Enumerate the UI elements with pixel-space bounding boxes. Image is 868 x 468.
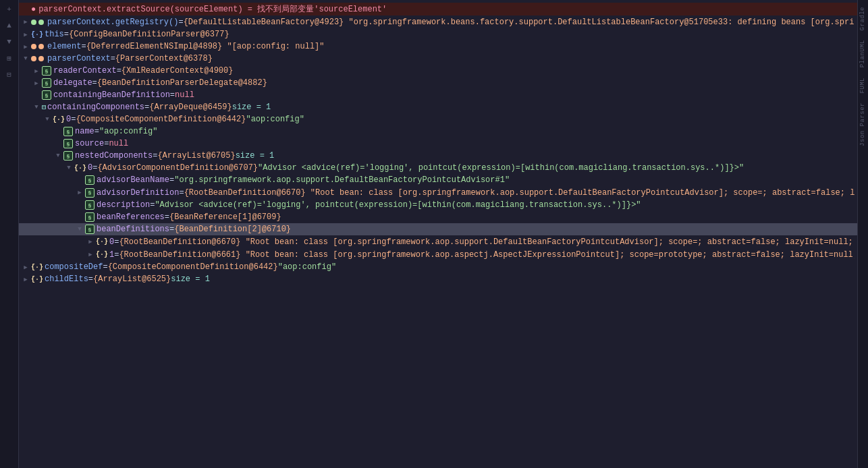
line-content: name = "aop:config" <box>75 127 855 136</box>
registry-line[interactable]: ▶ parserContext.getRegistry() = {Default… <box>19 16 857 28</box>
collapse-btn[interactable]: ⊟ <box>3 67 16 81</box>
line-content: containingBeanDefinition = null <box>53 90 855 100</box>
childelts-line[interactable]: ▶ {·} childElts = {ArrayList@6525} size … <box>19 273 857 285</box>
description-line[interactable]: § description = "Advisor <advice(ref)='l… <box>19 199 857 211</box>
expand-collapse-icon[interactable]: ▶ <box>86 238 94 246</box>
expand-collapse-icon[interactable]: ▶ <box>86 251 94 259</box>
line-content: description = "Advisor <advice(ref)='log… <box>97 200 855 210</box>
two-dots-icon <box>31 20 45 25</box>
beanrefs-line[interactable]: § beanReferences = {BeanReference[1]@670… <box>19 211 857 223</box>
curly-icon: {·} <box>96 251 108 258</box>
tag-icon: § <box>42 90 51 100</box>
tag-icon: § <box>85 212 94 222</box>
expand-collapse-icon[interactable]: ▼ <box>43 115 51 123</box>
down-btn[interactable]: ▼ <box>3 35 16 49</box>
error-text: parserContext.extractSource(sourceElemen… <box>38 3 855 15</box>
containingbeandef-line[interactable]: § containingBeanDefinition = null <box>19 89 857 101</box>
expand-collapse-icon[interactable]: ▼ <box>76 225 84 233</box>
tag-icon: § <box>85 225 94 234</box>
readercontext-line[interactable]: ▶ § readerContext = {XmlReaderContext@49… <box>19 65 857 77</box>
line-content: advisorBeanName = "org.springframework.a… <box>97 175 855 185</box>
curly-icon: {·} <box>31 276 43 283</box>
beandefs-line[interactable]: ▼ § beanDefinitions = {BeanDefinition[2]… <box>19 223 857 235</box>
expand-icon <box>22 5 30 13</box>
expand-collapse-icon[interactable]: ▶ <box>22 42 30 51</box>
add-btn[interactable]: + <box>3 3 16 16</box>
line-content: source = null <box>75 139 855 148</box>
component0-line[interactable]: ▼ {·} 0 = {CompositeComponentDefinition@… <box>19 113 857 125</box>
sidebar-label-fuml[interactable]: FUML <box>858 74 868 98</box>
tag-icon: § <box>42 66 51 76</box>
expand-collapse-icon[interactable]: ▶ <box>32 67 40 75</box>
expand-collapse-icon[interactable]: ▶ <box>22 18 30 26</box>
expand-collapse-icon[interactable]: ▼ <box>65 164 73 172</box>
tag-icon: § <box>42 78 51 88</box>
two-dots-icon <box>31 44 45 49</box>
expand-collapse-icon[interactable]: ▶ <box>76 189 84 197</box>
line-content: nestedComponents = {ArrayList@6705} size… <box>75 151 855 160</box>
tag-icon: § <box>63 151 73 160</box>
curly-icon: {·} <box>31 264 43 271</box>
tag-icon: § <box>85 175 94 185</box>
delegate-line[interactable]: ▶ § delegate = {BeanDefinitionParserDele… <box>19 77 857 89</box>
debug-variables-panel: ● parserContext.extractSource(sourceElem… <box>19 0 857 468</box>
element-line[interactable]: ▶ element = {DeferredElementNSImpl@4898}… <box>19 40 857 53</box>
line-content: beanDefinitions = {BeanDefinition[2]@671… <box>97 225 855 234</box>
array-icon: ⊟ <box>42 103 46 111</box>
line-content: delegate = {BeanDefinitionParserDelegate… <box>53 78 855 88</box>
curly-icon: {·} <box>74 165 86 172</box>
two-dots-icon <box>31 56 45 61</box>
containingcomponents-line[interactable]: ▼ ⊟ containingComponents = {ArrayDeque@6… <box>19 101 857 113</box>
line-content: parserContext = {ParserContext@6378} <box>47 54 855 63</box>
line-content: parserContext.getRegistry() = {DefaultLi… <box>47 16 855 28</box>
parsercontext-line[interactable]: ▼ parserContext = {ParserContext@6378} <box>19 53 857 65</box>
up-btn[interactable]: ▲ <box>3 19 16 32</box>
beandef0-line[interactable]: ▶ {·} 0 = {RootBeanDefinition@6670} "Roo… <box>19 235 857 248</box>
line-content: 1 = {RootBeanDefinition@6661} "Root bean… <box>109 249 855 260</box>
line-content: element = {DeferredElementNSImpl@4898} "… <box>47 42 855 51</box>
line-content: advisorDefinition = {RootBeanDefinition@… <box>97 187 855 198</box>
curly-icon: {·} <box>96 238 108 245</box>
line-content: beanReferences = {BeanReference[1]@6709} <box>97 212 855 222</box>
expand-collapse-icon[interactable]: ▶ <box>22 263 30 271</box>
right-sidebar: Gradle PlanUML FUML Json Parser <box>857 0 868 468</box>
expand-collapse-icon[interactable]: ▶ <box>32 79 40 87</box>
curly-icon: {·} <box>53 116 65 123</box>
source-line[interactable]: § source = null <box>19 138 857 150</box>
advisor-line[interactable]: ▼ {·} 0 = {AdvisorComponentDefinition@67… <box>19 162 857 174</box>
advisordef-line[interactable]: ▶ § advisorDefinition = {RootBeanDefinit… <box>19 186 857 199</box>
error-line[interactable]: ● parserContext.extractSource(sourceElem… <box>19 3 857 16</box>
expand-collapse-icon[interactable]: ▼ <box>54 152 62 160</box>
expand-btn[interactable]: ⊞ <box>3 51 16 65</box>
compositedef-line[interactable]: ▶ {·} compositeDef = {CompositeComponent… <box>19 261 857 273</box>
tag-icon: § <box>85 188 94 198</box>
line-content: 0 = {RootBeanDefinition@6670} "Root bean… <box>109 236 855 247</box>
line-content: 0 = {CompositeComponentDefinition@6442} … <box>66 115 855 124</box>
expand-collapse-icon[interactable]: ▼ <box>22 55 30 63</box>
expand-collapse-icon[interactable]: ▶ <box>22 30 30 38</box>
line-content: containingComponents = {ArrayDeque@6459}… <box>47 103 855 112</box>
line-content: compositeDef = {CompositeComponentDefini… <box>45 262 855 272</box>
sidebar-label-planuml[interactable]: PlanUML <box>858 36 868 71</box>
sidebar-labels: Gradle PlanUML FUML Json Parser <box>858 0 868 153</box>
expand-collapse-icon[interactable]: ▶ <box>22 275 30 283</box>
advisorbeanname-line[interactable]: § advisorBeanName = "org.springframework… <box>19 174 857 186</box>
tag-icon: § <box>63 139 73 148</box>
nestedcomponents-line[interactable]: ▼ § nestedComponents = {ArrayList@6705} … <box>19 150 857 162</box>
line-content: 0 = {AdvisorComponentDefinition@6707} "A… <box>88 163 855 173</box>
expand-collapse-icon[interactable]: ▼ <box>32 103 40 111</box>
line-content: this = {ConfigBeanDefinitionParser@6377} <box>45 30 855 39</box>
left-gutter: + ▲ ▼ ⊞ ⊟ <box>0 0 19 468</box>
error-icon: ● <box>31 5 36 14</box>
curly-brace-icon: {·} <box>31 31 43 38</box>
tag-icon: § <box>85 200 94 210</box>
this-line[interactable]: ▶ {·} this = {ConfigBeanDefinitionParser… <box>19 28 857 40</box>
line-content: readerContext = {XmlReaderContext@4900} <box>53 66 855 76</box>
sidebar-label-gradle[interactable]: Gradle <box>858 3 868 34</box>
name-line[interactable]: § name = "aop:config" <box>19 125 857 138</box>
tag-icon: § <box>63 127 73 136</box>
line-content: childElts = {ArrayList@6525} size = 1 <box>45 274 855 284</box>
sidebar-label-jsonparser[interactable]: Json Parser <box>858 98 868 150</box>
beandef1-line[interactable]: ▶ {·} 1 = {RootBeanDefinition@6661} "Roo… <box>19 248 857 261</box>
